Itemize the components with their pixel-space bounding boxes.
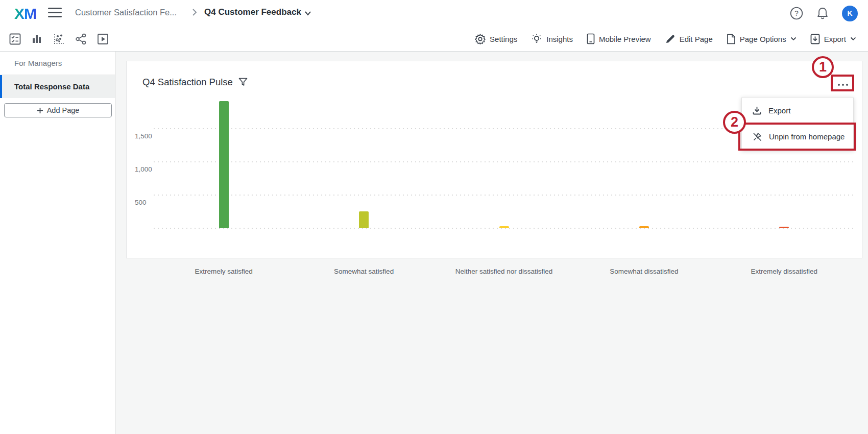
export-doc-icon [810,34,820,44]
chart-x-axis-labels: Extremely satisfiedSomewhat satisfiedNei… [154,268,854,275]
download-icon [752,106,762,115]
chart-bar [219,101,229,228]
pencil-icon [665,34,676,44]
mobile-preview-label: Mobile Preview [599,35,651,43]
annotation-step2-number: 2 [731,114,738,130]
lightbulb-icon [531,33,542,44]
chart-gridline [154,161,854,162]
widget-card: Q4 Satisfaction Pulse 5001,0001,500 Extr… [126,61,862,258]
menu-item-export-label: Export [768,106,790,115]
edit-page-button[interactable]: Edit Page [665,34,713,44]
annotation-step1-number: 1 [819,59,827,75]
mobile-preview-button[interactable]: Mobile Preview [587,33,651,44]
insights-label: Insights [546,35,573,43]
page-options-label: Page Options [740,35,786,43]
annotation-rect-step2 [738,123,856,151]
bar-chart-icon[interactable] [31,33,43,45]
help-icon[interactable]: ? [790,7,803,20]
chart-x-axis-label: Somewhat satisfied [294,268,433,275]
notifications-bell-icon[interactable] [816,7,829,20]
chart-bar [359,211,369,228]
breadcrumb-parent[interactable]: Customer Satisfaction Fe... [75,8,177,17]
edit-page-label: Edit Page [680,35,713,43]
sidebar-section-label: For Managers [0,52,115,75]
annotation-step1-badge: 1 [812,56,834,78]
menu-item-export[interactable]: Export [742,98,853,124]
gear-icon [475,34,486,44]
chart-gridline [154,195,854,196]
settings-button[interactable]: Settings [475,34,517,44]
dashboard-toolbar: Settings Insights Mobile Preview Edit Pa… [0,27,868,52]
export-label: Export [824,35,846,43]
filter-funnel-icon[interactable] [238,78,248,87]
widget-title: Q4 Satisfaction Pulse [142,77,233,88]
hamburger-menu-icon[interactable] [48,8,62,18]
chart-x-axis-label: Somewhat dissatisfied [574,268,714,275]
chart-x-axis-label: Extremely dissatisfied [714,268,854,275]
plus-icon [37,107,43,114]
add-page-label: Add Page [47,106,80,114]
share-icon[interactable] [75,33,87,45]
page-options-button[interactable]: Page Options [727,34,797,44]
pages-sidebar: For Managers Total Response Data Add Pag… [0,52,115,434]
chevron-right-icon [192,8,197,16]
chart-x-axis-label: Neither satisfied nor dissatisfied [434,268,574,275]
present-play-icon[interactable] [97,33,109,45]
chart-x-axis-label: Extremely satisfied [154,268,294,275]
chart-bar [639,226,649,228]
insights-button[interactable]: Insights [531,33,573,44]
chart-bar [779,227,789,228]
xm-logo: XM [14,5,36,22]
chevron-down-icon [790,37,797,41]
top-navigation-bar: XM Customer Satisfaction Fe... Q4 Custom… [0,0,868,27]
annotation-step2-badge: 2 [723,111,746,134]
scatter-plot-icon[interactable] [53,33,65,45]
sidebar-item-total-response-data[interactable]: Total Response Data [0,75,115,98]
chart-y-tick-label: 1,500 [135,132,155,140]
annotation-rect-step1 [831,75,854,91]
export-button[interactable]: Export [810,34,856,44]
breadcrumb-current[interactable]: Q4 Customer Feedback [204,7,301,17]
svg-text:?: ? [794,9,799,17]
chevron-down-icon[interactable] [304,11,311,16]
settings-label: Settings [490,35,517,43]
chevron-down-icon [850,37,856,41]
page-icon [727,34,736,44]
survey-checklist-icon[interactable] [9,33,21,45]
user-avatar[interactable]: K [842,6,858,21]
phone-icon [587,33,595,44]
chart-y-tick-label: 1,000 [135,165,155,173]
add-page-button[interactable]: Add Page [4,103,112,117]
chart-bar [499,226,509,228]
chart-y-tick-label: 500 [135,199,155,206]
